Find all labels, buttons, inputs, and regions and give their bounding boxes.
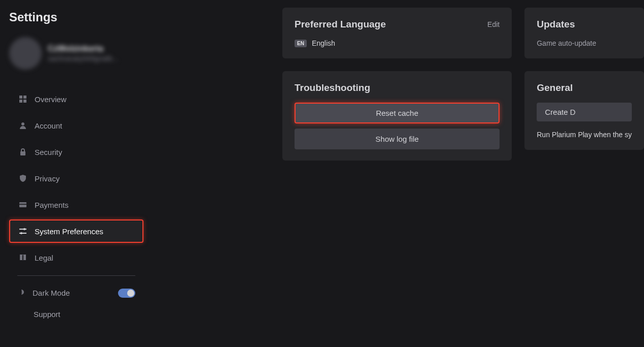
edit-link[interactable]: Edit — [487, 20, 500, 28]
sidebar-item-legal[interactable]: Legal — [9, 246, 143, 269]
language-badge: EN — [295, 40, 307, 47]
profile-email: sachranaty949gnatb... — [48, 54, 119, 62]
card-title: Updates — [537, 19, 632, 30]
svg-rect-2 — [19, 100, 22, 103]
shield-icon — [18, 174, 27, 183]
card-title: Preferred Language — [295, 19, 386, 30]
svg-rect-5 — [20, 151, 25, 155]
general-card: General Create D Run Plarium Play when t… — [524, 71, 644, 150]
sliders-icon — [18, 227, 27, 236]
language-card: Preferred Language Edit EN English — [282, 8, 512, 58]
sidebar-item-label: Payments — [35, 201, 69, 209]
auto-update-label: Game auto-update — [537, 39, 632, 47]
svg-rect-7 — [19, 204, 26, 205]
sidebar-item-payments[interactable]: Payments — [9, 193, 143, 216]
profile-name: CzWolzinkerta — [48, 44, 119, 53]
svg-point-4 — [21, 122, 24, 125]
grid-icon — [18, 94, 27, 104]
svg-point-9 — [23, 228, 25, 230]
svg-rect-3 — [23, 100, 26, 103]
sidebar-item-label: Privacy — [35, 174, 60, 183]
language-name: English — [312, 39, 335, 47]
svg-rect-1 — [23, 96, 26, 99]
svg-point-11 — [20, 232, 22, 234]
sidebar-item-label: Support — [34, 310, 61, 319]
page-title: Settings — [9, 10, 143, 24]
sidebar-item-label: Overview — [35, 95, 67, 104]
dark-mode-label: Dark Mode — [33, 289, 70, 297]
run-on-startup-label: Run Plarium Play when the sy — [537, 131, 632, 139]
sidebar-item-security[interactable]: Security — [9, 140, 143, 164]
card-icon — [18, 200, 27, 209]
troubleshooting-card: Troubleshooting Reset cache Show log fil… — [282, 71, 512, 161]
sidebar-item-privacy[interactable]: Privacy — [9, 167, 143, 190]
reset-cache-button[interactable]: Reset cache — [295, 103, 500, 123]
dark-mode-row: Dark Mode — [9, 282, 143, 304]
dark-mode-toggle[interactable] — [118, 289, 135, 298]
create-shortcut-button[interactable]: Create D — [537, 103, 632, 121]
main-content: Preferred Language Edit EN English Troub… — [153, 0, 644, 347]
profile-text: CzWolzinkerta sachranaty949gnatb... — [48, 44, 119, 62]
avatar — [9, 37, 42, 70]
lock-icon — [18, 147, 27, 156]
user-icon — [18, 121, 27, 130]
svg-rect-0 — [19, 96, 22, 99]
moon-icon — [17, 288, 25, 298]
profile-section: CzWolzinkerta sachranaty949gnatb... — [9, 37, 143, 70]
sidebar-item-label: Legal — [35, 254, 53, 262]
card-title: Troubleshooting — [295, 82, 500, 93]
sidebar-item-overview[interactable]: Overview — [9, 87, 143, 111]
sidebar-item-label: Security — [35, 148, 62, 156]
settings-sidebar: Settings CzWolzinkerta sachranaty949gnat… — [0, 0, 153, 347]
sidebar-item-label: System Preferences — [35, 227, 103, 236]
book-icon — [18, 253, 27, 262]
sidebar-item-label: Account — [35, 121, 62, 130]
show-log-button[interactable]: Show log file — [295, 129, 500, 149]
divider — [17, 275, 135, 276]
updates-card: Updates Game auto-update — [524, 8, 644, 58]
sidebar-item-account[interactable]: Account — [9, 114, 143, 137]
language-row: EN English — [295, 39, 500, 47]
sidebar-item-system-preferences[interactable]: System Preferences — [9, 219, 143, 243]
sidebar-item-support[interactable]: Support — [9, 304, 143, 325]
card-title: General — [537, 82, 632, 93]
